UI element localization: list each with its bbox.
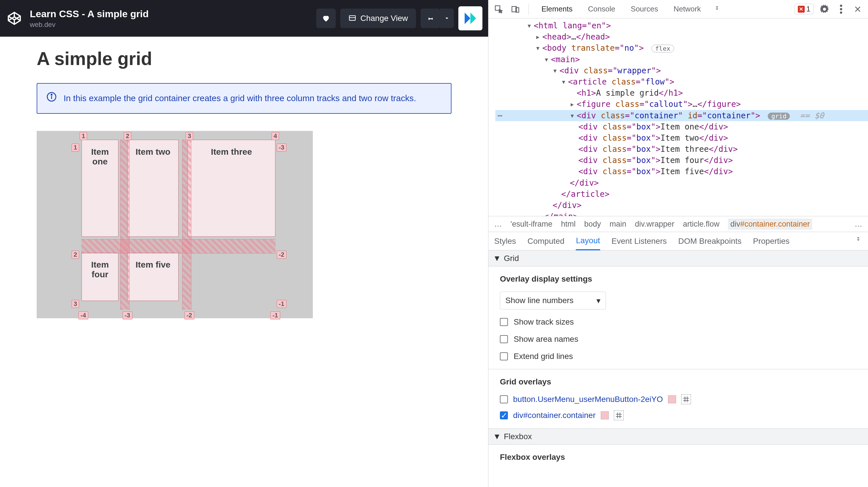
styles-tabs: Styles Computed Layout Event Listeners D… [489,232,868,250]
tabs-overflow-icon[interactable] [854,236,862,246]
checkbox-label: Extend grid lines [514,352,573,361]
breadcrumb-item[interactable]: main [610,220,626,229]
grid-item: Item three [187,140,276,237]
dom-node[interactable]: <div [578,167,602,176]
dom-node-end[interactable]: </main> [544,212,578,216]
tabs-overflow-icon[interactable] [711,3,723,15]
breadcrumb-item[interactable]: html [561,220,576,229]
tab-event-listeners[interactable]: Event Listeners [612,232,667,250]
tab-network[interactable]: Network [668,0,706,18]
kebab-icon[interactable] [835,3,847,15]
grid-line-label: -1 [277,300,286,308]
dom-node[interactable]: <h1> [577,88,596,98]
error-badge[interactable]: ✕ 1 [795,4,813,14]
section-header-grid[interactable]: ▼ Grid [489,250,868,266]
overlay-checkbox[interactable]: ✓ [500,412,508,419]
grid-line-label: 2 [72,251,79,259]
pen-author[interactable]: web.dev [30,21,316,29]
grid-demo: 1 2 3 4 1 2 3 -3 -2 -1 -4 -3 -2 -1 [37,131,313,318]
callout-text: In this example the grid container creat… [64,92,416,105]
line-numbers-dropdown[interactable]: Show line numbers ▾ [500,292,606,309]
tab-layout[interactable]: Layout [576,232,600,250]
breadcrumb-item[interactable]: 'esult-iframe [510,220,552,229]
grid-gap-overlay [81,239,276,253]
grid-line-label: 3 [72,300,79,308]
tab-elements[interactable]: Elements [536,0,578,18]
tab-properties[interactable]: Properties [753,232,789,250]
section-title-grid: Grid [504,254,519,263]
close-icon[interactable] [852,3,863,15]
tab-dom-breakpoints[interactable]: DOM Breakpoints [678,232,742,250]
grid-item: Item two [127,140,179,237]
breadcrumb-item[interactable]: article.flow [683,220,720,229]
flexbox-overlays-title: Flexbox overlays [500,453,857,462]
tab-computed[interactable]: Computed [527,232,564,250]
overlay-name[interactable]: div#container.container [513,411,595,420]
external-app-button[interactable] [458,6,483,30]
dom-node-selected[interactable]: ▾<div class="container" id="container"> … [495,110,868,121]
dom-node[interactable]: <main> [551,55,580,64]
dom-node-end[interactable]: </div> [570,178,599,188]
checkbox-area-names[interactable] [500,335,508,343]
breadcrumb-more[interactable]: … [494,220,502,229]
svg-point-11 [840,5,842,7]
dom-node[interactable]: <html lang="en"> [534,21,611,30]
breadcrumb-more-right[interactable]: … [855,220,862,229]
pin-button[interactable] [421,9,440,28]
heart-button[interactable] [316,9,336,28]
chevron-down-icon: ▼ [493,432,501,441]
pen-title: Learn CSS - A simple grid [30,8,316,20]
color-swatch[interactable] [601,412,609,419]
gear-icon[interactable] [819,3,830,15]
grid-line-label: 3 [186,132,193,140]
dom-node[interactable]: <div [578,122,602,131]
flex-badge[interactable]: flex [651,45,674,53]
grid-toggle-icon[interactable] [681,394,691,404]
pin-dropdown-button[interactable] [440,9,454,28]
overlay-row: ✓ div#container.container [500,410,857,420]
overlay-checkbox[interactable] [500,395,508,403]
section-header-flexbox[interactable]: ▼ Flexbox [489,429,868,445]
breadcrumb-item[interactable]: body [584,220,601,229]
callout: In this example the grid container creat… [37,83,452,114]
tab-console[interactable]: Console [583,0,620,18]
tab-styles[interactable]: Styles [494,232,516,250]
grid-item: Item four [81,252,119,301]
overlay-name[interactable]: button.UserMenu_userMenuButton-2eiYO [513,395,663,404]
overlay-row: button.UserMenu_userMenuButton-2eiYO [500,394,857,404]
dom-node[interactable]: <div [578,156,602,165]
grid-badge[interactable]: grid [768,113,790,120]
checkbox-extend-lines[interactable] [500,353,508,360]
color-swatch[interactable] [668,395,676,403]
dom-node-end[interactable]: </article> [561,189,610,199]
error-x-icon: ✕ [798,6,805,12]
change-view-button[interactable]: Change View [340,9,416,28]
eq-dollar-zero: == $0 [800,111,824,120]
breadcrumb-item-active[interactable]: div#container.container [728,219,812,230]
dom-node[interactable]: <figure [577,99,615,109]
tab-sources[interactable]: Sources [626,0,663,18]
dom-node[interactable]: <head> [542,32,571,41]
dom-node[interactable]: <body [542,43,571,53]
dom-tree[interactable]: ▾<html lang="en"> ▸<head>…</head> ▾<body… [489,18,868,216]
checkbox-row: Extend grid lines [500,352,857,361]
grid-line-label: 2 [124,132,131,140]
codepen-logo[interactable] [6,10,23,27]
svg-point-12 [840,8,842,10]
dom-node[interactable]: <div [578,144,602,154]
svg-point-13 [840,11,842,14]
dom-node[interactable]: <div [578,133,602,143]
grid-line-label: -3 [277,144,286,152]
inspect-icon[interactable] [493,3,504,15]
dom-node[interactable]: <article [568,77,612,87]
device-toggle-icon[interactable] [509,3,521,15]
dom-node-end[interactable]: </div> [553,201,582,210]
grid-toggle-icon[interactable] [614,410,624,420]
grid-overlays-body: Grid overlays button.UserMenu_userMenuBu… [489,369,868,428]
breadcrumb-item[interactable]: div.wrapper [635,220,674,229]
dom-node[interactable]: <div [559,66,584,75]
checkbox-track-sizes[interactable] [500,318,508,326]
svg-rect-3 [349,16,355,20]
grid-line-label: -3 [123,311,132,319]
breadcrumb: … 'esult-iframe html body main div.wrapp… [489,216,868,232]
